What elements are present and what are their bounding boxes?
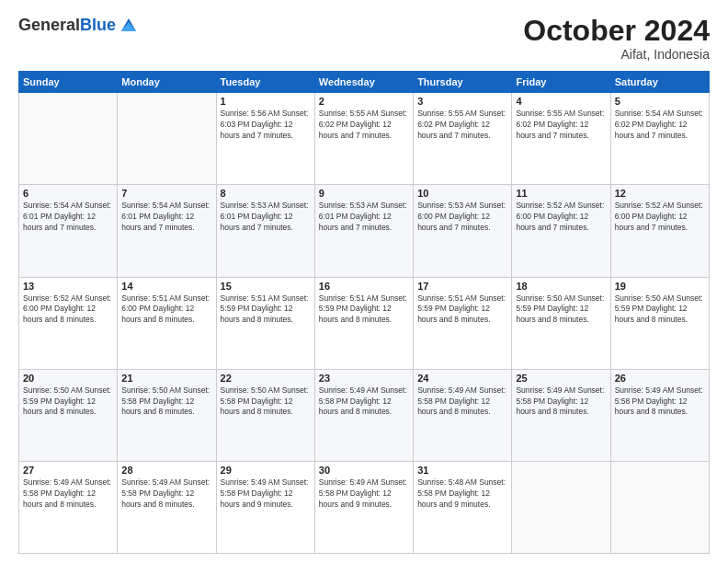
- table-row: 23Sunrise: 5:49 AM Sunset: 5:58 PM Dayli…: [314, 369, 413, 461]
- day-number: 16: [319, 281, 409, 292]
- day-number: 13: [23, 281, 113, 292]
- table-row: 26Sunrise: 5:49 AM Sunset: 5:58 PM Dayli…: [610, 369, 709, 461]
- table-row: [610, 461, 709, 553]
- day-number: 27: [23, 465, 113, 476]
- table-row: 18Sunrise: 5:50 AM Sunset: 5:59 PM Dayli…: [512, 277, 610, 369]
- page: GeneralBlue October 2024 Aifat, Indonesi…: [0, 0, 728, 563]
- day-number: 25: [516, 373, 606, 384]
- day-info: Sunrise: 5:54 AM Sunset: 6:01 PM Dayligh…: [121, 201, 211, 234]
- logo-text: GeneralBlue: [18, 17, 116, 35]
- day-number: 4: [516, 96, 606, 107]
- day-info: Sunrise: 5:52 AM Sunset: 6:00 PM Dayligh…: [516, 201, 606, 234]
- table-row: 24Sunrise: 5:49 AM Sunset: 5:58 PM Dayli…: [414, 369, 512, 461]
- table-row: 25Sunrise: 5:49 AM Sunset: 5:58 PM Dayli…: [512, 369, 610, 461]
- day-number: 3: [417, 96, 507, 107]
- table-row: 21Sunrise: 5:50 AM Sunset: 5:58 PM Dayli…: [118, 369, 216, 461]
- table-row: [19, 93, 118, 185]
- table-row: 11Sunrise: 5:52 AM Sunset: 6:00 PM Dayli…: [512, 185, 610, 277]
- table-row: 8Sunrise: 5:53 AM Sunset: 6:01 PM Daylig…: [216, 185, 314, 277]
- header: GeneralBlue October 2024 Aifat, Indonesi…: [18, 15, 710, 62]
- calendar-week-row: 6Sunrise: 5:54 AM Sunset: 6:01 PM Daylig…: [19, 185, 710, 277]
- table-row: 17Sunrise: 5:51 AM Sunset: 5:59 PM Dayli…: [414, 277, 512, 369]
- location: Aifat, Indonesia: [523, 47, 710, 62]
- day-number: 23: [319, 373, 409, 384]
- day-info: Sunrise: 5:49 AM Sunset: 5:58 PM Dayligh…: [319, 385, 409, 419]
- table-row: 27Sunrise: 5:49 AM Sunset: 5:58 PM Dayli…: [19, 461, 118, 553]
- table-row: 1Sunrise: 5:56 AM Sunset: 6:03 PM Daylig…: [216, 93, 314, 185]
- day-number: 8: [221, 188, 311, 199]
- day-number: 11: [516, 188, 606, 199]
- day-number: 31: [417, 465, 507, 476]
- day-number: 6: [23, 188, 113, 199]
- table-row: 15Sunrise: 5:51 AM Sunset: 5:59 PM Dayli…: [216, 277, 314, 369]
- day-info: Sunrise: 5:51 AM Sunset: 5:59 PM Dayligh…: [417, 293, 507, 327]
- table-row: 13Sunrise: 5:52 AM Sunset: 6:00 PM Dayli…: [19, 277, 118, 369]
- logo-blue: Blue: [80, 16, 116, 34]
- table-row: 2Sunrise: 5:55 AM Sunset: 6:02 PM Daylig…: [314, 93, 413, 185]
- table-row: 28Sunrise: 5:49 AM Sunset: 5:58 PM Dayli…: [118, 461, 216, 553]
- table-row: [118, 93, 216, 185]
- table-row: 12Sunrise: 5:52 AM Sunset: 6:00 PM Dayli…: [610, 185, 709, 277]
- day-number: 9: [319, 188, 409, 199]
- day-info: Sunrise: 5:49 AM Sunset: 5:58 PM Dayligh…: [516, 385, 606, 419]
- table-row: 30Sunrise: 5:49 AM Sunset: 5:58 PM Dayli…: [314, 461, 413, 553]
- day-number: 22: [221, 373, 311, 384]
- day-number: 18: [516, 281, 606, 292]
- col-thursday: Thursday: [414, 72, 512, 93]
- day-number: 26: [615, 373, 705, 384]
- svg-marker-1: [121, 22, 136, 31]
- day-info: Sunrise: 5:53 AM Sunset: 6:01 PM Dayligh…: [319, 201, 409, 234]
- logo-icon: [118, 15, 140, 37]
- table-row: 29Sunrise: 5:49 AM Sunset: 5:58 PM Dayli…: [216, 461, 314, 553]
- day-number: 7: [121, 188, 211, 199]
- table-row: 7Sunrise: 5:54 AM Sunset: 6:01 PM Daylig…: [118, 185, 216, 277]
- day-number: 17: [417, 281, 507, 292]
- logo-general: General: [18, 16, 80, 34]
- day-info: Sunrise: 5:50 AM Sunset: 5:59 PM Dayligh…: [516, 293, 606, 327]
- day-info: Sunrise: 5:49 AM Sunset: 5:58 PM Dayligh…: [319, 477, 409, 511]
- day-info: Sunrise: 5:52 AM Sunset: 6:00 PM Dayligh…: [615, 201, 705, 234]
- day-number: 30: [319, 465, 409, 476]
- day-info: Sunrise: 5:51 AM Sunset: 5:59 PM Dayligh…: [319, 293, 409, 327]
- day-number: 1: [221, 96, 311, 107]
- day-info: Sunrise: 5:49 AM Sunset: 5:58 PM Dayligh…: [221, 477, 311, 511]
- day-info: Sunrise: 5:52 AM Sunset: 6:00 PM Dayligh…: [23, 293, 113, 327]
- calendar-week-row: 1Sunrise: 5:56 AM Sunset: 6:03 PM Daylig…: [19, 93, 710, 185]
- table-row: 10Sunrise: 5:53 AM Sunset: 6:00 PM Dayli…: [414, 185, 512, 277]
- day-info: Sunrise: 5:49 AM Sunset: 5:58 PM Dayligh…: [23, 477, 113, 511]
- day-number: 2: [319, 96, 409, 107]
- table-row: 4Sunrise: 5:55 AM Sunset: 6:02 PM Daylig…: [512, 93, 610, 185]
- table-row: 20Sunrise: 5:50 AM Sunset: 5:59 PM Dayli…: [19, 369, 118, 461]
- calendar-week-row: 13Sunrise: 5:52 AM Sunset: 6:00 PM Dayli…: [19, 277, 710, 369]
- day-number: 28: [121, 465, 211, 476]
- calendar-week-row: 20Sunrise: 5:50 AM Sunset: 5:59 PM Dayli…: [19, 369, 710, 461]
- day-info: Sunrise: 5:51 AM Sunset: 6:00 PM Dayligh…: [121, 293, 211, 327]
- day-number: 14: [121, 281, 211, 292]
- day-info: Sunrise: 5:55 AM Sunset: 6:02 PM Dayligh…: [516, 109, 606, 142]
- col-monday: Monday: [118, 72, 216, 93]
- day-number: 15: [221, 281, 311, 292]
- table-row: 22Sunrise: 5:50 AM Sunset: 5:58 PM Dayli…: [216, 369, 314, 461]
- day-number: 21: [121, 373, 211, 384]
- day-number: 20: [23, 373, 113, 384]
- day-number: 10: [417, 188, 507, 199]
- day-number: 12: [615, 188, 705, 199]
- title-block: October 2024 Aifat, Indonesia: [523, 15, 710, 62]
- col-sunday: Sunday: [19, 72, 118, 93]
- day-info: Sunrise: 5:54 AM Sunset: 6:01 PM Dayligh…: [23, 201, 113, 234]
- table-row: [512, 461, 610, 553]
- calendar-week-row: 27Sunrise: 5:49 AM Sunset: 5:58 PM Dayli…: [19, 461, 710, 553]
- day-info: Sunrise: 5:50 AM Sunset: 5:58 PM Dayligh…: [121, 385, 211, 419]
- day-info: Sunrise: 5:55 AM Sunset: 6:02 PM Dayligh…: [319, 109, 409, 142]
- day-info: Sunrise: 5:56 AM Sunset: 6:03 PM Dayligh…: [221, 109, 311, 142]
- day-info: Sunrise: 5:48 AM Sunset: 5:58 PM Dayligh…: [417, 477, 507, 511]
- day-info: Sunrise: 5:51 AM Sunset: 5:59 PM Dayligh…: [221, 293, 311, 327]
- month-year: October 2024: [523, 15, 710, 47]
- day-number: 19: [615, 281, 705, 292]
- table-row: 9Sunrise: 5:53 AM Sunset: 6:01 PM Daylig…: [314, 185, 413, 277]
- day-info: Sunrise: 5:53 AM Sunset: 6:00 PM Dayligh…: [417, 201, 507, 234]
- col-friday: Friday: [512, 72, 610, 93]
- col-wednesday: Wednesday: [314, 72, 413, 93]
- day-number: 5: [615, 96, 705, 107]
- calendar-header-row: Sunday Monday Tuesday Wednesday Thursday…: [19, 72, 710, 93]
